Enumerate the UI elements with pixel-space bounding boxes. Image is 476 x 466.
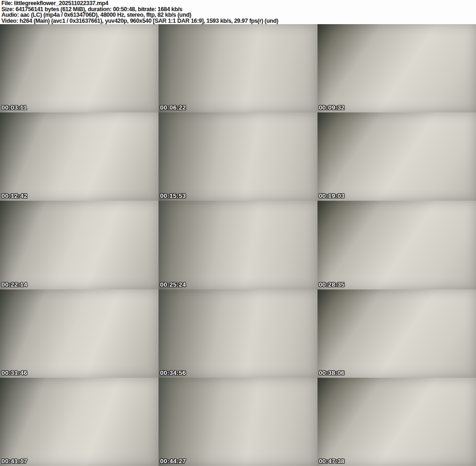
video-contact-sheet: File: littlegreekflower_202511022337.mp4… [0,0,476,466]
thumbnail-frame: 00:09:32 [317,24,476,112]
thumbnail-frame: 00:28:35 [317,201,476,289]
metadata-header: File: littlegreekflower_202511022337.mp4… [0,0,476,24]
thumbnail-frame: 00:47:38 [317,378,476,466]
video-info-line: Video: h264 (Main) (avc1 / 0x31637661), … [1,18,476,24]
timestamp-overlay: 00:44:27 [160,458,186,465]
timestamp-overlay: 00:19:03 [319,192,345,199]
timestamp-overlay: 00:41:17 [1,458,27,465]
timestamp-overlay: 00:34:56 [160,369,186,376]
thumbnail-frame: 00:22:14 [0,201,159,289]
timestamp-overlay: 00:47:38 [319,458,345,465]
timestamp-overlay: 00:15:53 [160,192,186,199]
thumbnail-frame: 00:31:46 [0,289,159,378]
timestamp-overlay: 00:28:35 [319,281,345,288]
thumbnail-frame: 00:19:03 [317,112,476,201]
file-name-line: File: littlegreekflower_202511022337.mp4 [1,0,476,7]
thumbnail-frame: 00:44:27 [159,378,317,466]
timestamp-overlay: 00:09:32 [319,104,345,111]
thumbnail-frame: 00:06:22 [159,24,317,112]
timestamp-overlay: 00:06:22 [160,104,186,111]
thumbnail-frame: 00:34:56 [159,289,317,378]
timestamp-overlay: 00:25:24 [160,281,186,288]
timestamp-overlay: 00:03:11 [1,104,27,111]
timestamp-overlay: 00:22:14 [1,281,27,288]
timestamp-overlay: 00:38:06 [319,369,345,376]
thumbnail-frame: 00:15:53 [159,112,317,201]
thumbnail-grid: 00:03:11 00:06:22 00:09:32 00:12:42 00:1… [0,24,476,466]
thumbnail-frame: 00:12:42 [0,112,159,201]
timestamp-overlay: 00:12:42 [1,192,27,199]
thumbnail-frame: 00:41:17 [0,378,159,466]
thumbnail-frame: 00:38:06 [317,289,476,378]
thumbnail-frame: 00:25:24 [159,201,317,289]
timestamp-overlay: 00:31:46 [1,369,27,376]
thumbnail-frame: 00:03:11 [0,24,159,112]
